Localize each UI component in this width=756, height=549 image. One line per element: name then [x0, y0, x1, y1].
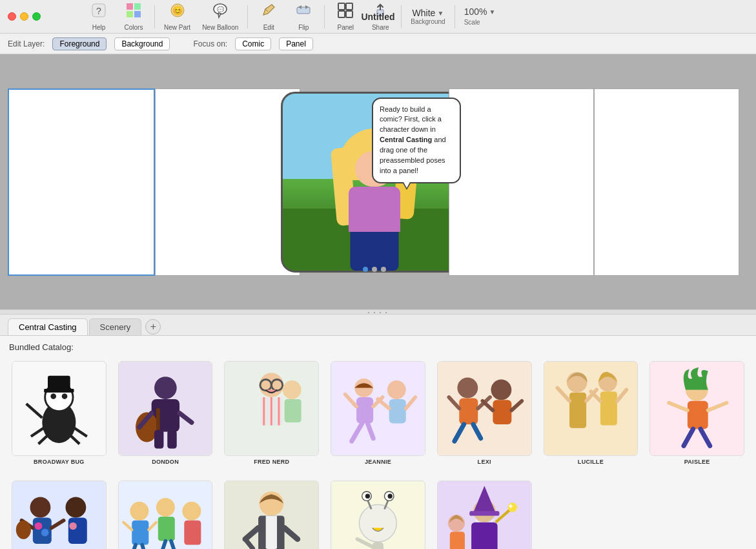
maximize-button[interactable]: [32, 12, 41, 21]
characters-grid-row2: Reggimator: [9, 478, 747, 549]
toolbar-separator-3: [324, 5, 325, 28]
close-button[interactable]: [8, 12, 16, 21]
svg-rect-20: [48, 376, 70, 391]
flip-button[interactable]: Flip: [287, 0, 320, 34]
svg-point-30: [154, 377, 177, 399]
svg-rect-49: [331, 362, 425, 455]
svg-point-97: [69, 522, 77, 530]
svg-point-88: [30, 497, 50, 517]
svg-point-95: [65, 497, 86, 517]
svg-point-22: [50, 393, 56, 399]
char-lexi[interactable]: Lexi: [434, 358, 535, 468]
tutorial-bubble-text: Ready to build a comic? First, click a c…: [380, 105, 446, 175]
svg-rect-100: [132, 521, 148, 545]
char-reggimator[interactable]: Reggimator: [9, 478, 109, 549]
char-broadway-bug-thumb: [12, 361, 107, 456]
svg-point-90: [35, 522, 43, 530]
char-jeannie-name: Jeannie: [365, 459, 391, 465]
char-jeannie[interactable]: Jeannie: [328, 358, 428, 468]
svg-rect-82: [688, 401, 708, 429]
edit-button[interactable]: Edit: [252, 0, 285, 34]
svg-rect-2: [127, 3, 133, 10]
svg-rect-110: [184, 521, 201, 545]
tutorial-speech-bubble: Ready to build a comic? First, click a c…: [372, 98, 461, 184]
toolbar-separator-1: [154, 5, 155, 28]
char-straightman-thumb: [224, 481, 319, 549]
svg-rect-48: [285, 399, 301, 422]
char-reggimator-thumb: [12, 481, 107, 549]
app-title: Untitled: [361, 12, 394, 22]
help-button[interactable]: ? Help: [82, 0, 116, 34]
chevron-down-icon: ▼: [437, 10, 444, 17]
char-jeannie-thumb: [331, 361, 425, 456]
dot-3: [381, 267, 386, 272]
comic-focus-button[interactable]: Comic: [235, 37, 271, 50]
panel-5[interactable]: [594, 88, 739, 276]
scale-sublabel: Scale: [464, 19, 480, 26]
svg-point-125: [365, 493, 370, 498]
scale-value: 100%: [464, 6, 487, 17]
background-selector[interactable]: White ▼ Background: [405, 5, 450, 28]
svg-point-94: [16, 520, 31, 539]
svg-rect-12: [338, 3, 345, 10]
tutorial-panel[interactable]: Ready to build a comic? First, click a c…: [300, 88, 449, 276]
panel-icon: [337, 2, 354, 23]
svg-point-109: [182, 502, 201, 521]
char-fred-nerd-thumb: [224, 361, 319, 456]
panel-1[interactable]: [8, 88, 155, 276]
tab-scenery[interactable]: Scenery: [89, 318, 142, 335]
panel-2[interactable]: [155, 88, 300, 276]
char-dondon-name: Dondon: [152, 459, 179, 465]
char-broadway-bug[interactable]: Broadway Bug: [9, 358, 109, 468]
background-button[interactable]: Background: [114, 37, 170, 50]
dot-1: [363, 267, 368, 272]
tab-central-casting[interactable]: Central Casting: [8, 318, 88, 335]
tabs-bar: Central Casting Scenery +: [0, 315, 756, 336]
add-tab-button[interactable]: +: [145, 319, 161, 335]
char-sweet-patootie-thumb: [331, 481, 425, 549]
focus-label: Focus on:: [193, 39, 227, 48]
panel-4[interactable]: [449, 88, 594, 276]
pagination-dots: [363, 267, 386, 272]
char-dondon[interactable]: Dondon: [116, 358, 216, 468]
svg-point-61: [457, 378, 478, 399]
char-fred-nerd-name: Fred Nerd: [254, 459, 289, 465]
svg-point-122: [360, 504, 397, 542]
char-lucille-name: Lucille: [578, 459, 604, 465]
char-lexi-thumb: [437, 361, 532, 456]
char-fred-nerd[interactable]: Fred Nerd: [221, 358, 322, 468]
svg-point-23: [62, 393, 68, 399]
new-balloon-button[interactable]: 💬 New Balloon: [197, 0, 243, 34]
new-part-button[interactable]: 😊 New Part: [159, 0, 196, 34]
char-straightman[interactable]: Straightman: [221, 478, 322, 549]
edit-layer-label: Edit Layer:: [8, 39, 45, 48]
svg-point-105: [156, 498, 175, 517]
svg-rect-60: [438, 362, 531, 455]
toolbar-separator-5: [455, 5, 455, 28]
resize-handle[interactable]: • • • •: [0, 309, 756, 315]
char-lucille[interactable]: Lucille: [541, 358, 641, 468]
char-root-wiz[interactable]: ✦ The Root Wiz: [434, 478, 535, 549]
svg-rect-77: [600, 391, 617, 425]
svg-text:😊: 😊: [172, 5, 183, 16]
canvas-area: Ready to build a comic? First, click a c…: [0, 54, 756, 309]
svg-point-91: [41, 529, 49, 537]
toolbar-separator-2: [247, 5, 248, 28]
char-sam-ho[interactable]: Sam Ho: [116, 478, 216, 549]
svg-rect-115: [266, 515, 277, 549]
svg-rect-4: [127, 11, 133, 17]
dot-2: [372, 267, 377, 272]
panel-button[interactable]: Panel: [329, 0, 362, 34]
char-sweet-patootie[interactable]: Sweet Patootie: [328, 478, 428, 549]
panel-focus-button[interactable]: Panel: [279, 37, 313, 50]
char-lucille-thumb: [544, 361, 639, 456]
foreground-button[interactable]: Foreground: [52, 37, 107, 50]
new-balloon-icon: 💬: [212, 2, 229, 23]
catalog-area: Bundled Catalog:: [0, 336, 756, 549]
svg-rect-73: [569, 393, 586, 428]
char-paislee[interactable]: Paislee: [647, 358, 747, 468]
colors-button[interactable]: Colors: [117, 0, 150, 34]
chevron-down-icon-scale: ▼: [489, 8, 495, 16]
catalog-label: Bundled Catalog:: [9, 342, 747, 352]
minimize-button[interactable]: [20, 12, 28, 21]
